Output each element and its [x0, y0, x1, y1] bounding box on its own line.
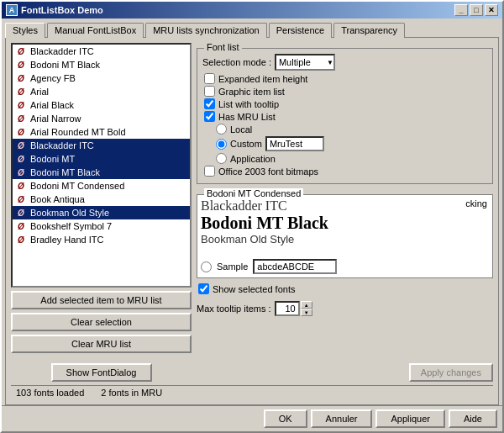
add-selected-button[interactable]: Add selected item to MRU list	[11, 291, 192, 309]
apply-changes-button[interactable]: Apply changes	[409, 363, 493, 382]
expanded-item-height-label: Expanded item height	[218, 74, 307, 84]
font-icon: Ø	[15, 72, 27, 84]
help-button[interactable]: Aide	[449, 409, 497, 428]
list-item[interactable]: Ø Bodoni MT Condensed	[13, 179, 190, 193]
max-tooltip-row: Max tooltip items : ▲ ▼	[197, 301, 493, 316]
font-list-groupbox: Font list Selection mode : Multiple Sing…	[197, 48, 493, 184]
spinner-up-button[interactable]: ▲	[301, 301, 312, 309]
has-mru-list-label: Has MRU List	[218, 112, 276, 122]
list-item[interactable]: Ø Bradley Hand ITC	[13, 233, 190, 246]
list-with-tooltip-label: List with tooltip	[218, 99, 279, 109]
expanded-item-height-row: Expanded item height	[202, 73, 487, 84]
main-window: A FontListBox Demo _ □ ✕ Styles Manual F…	[0, 0, 504, 433]
font-list[interactable]: Ø Blackadder ITC Ø Bodoni MT Black Ø Age…	[11, 43, 192, 288]
sample-input[interactable]	[253, 259, 337, 274]
expanded-item-height-checkbox[interactable]	[204, 73, 215, 84]
ok-button[interactable]: OK	[264, 409, 307, 428]
title-bar: A FontListBox Demo _ □ ✕	[2, 2, 502, 18]
preview-font-3: Bookman Old Style	[201, 233, 489, 246]
font-icon: Ø	[15, 153, 27, 165]
font-icon: Ø	[15, 166, 27, 178]
office-2003-checkbox[interactable]	[204, 166, 215, 177]
clear-mru-button[interactable]: Clear MRU list	[11, 335, 192, 353]
font-icon: Ø	[15, 59, 27, 71]
list-item[interactable]: Ø Bodoni MT	[13, 152, 190, 166]
font-icon: Ø	[15, 99, 27, 111]
tab-mru[interactable]: MRU lists synchronization	[145, 23, 267, 38]
font-icon: Ø	[15, 126, 27, 138]
list-item[interactable]: Ø Agency FB	[13, 71, 190, 85]
minimize-button[interactable]: _	[454, 4, 468, 16]
dialog-footer: OK Annuler Appliquer Aide	[2, 405, 502, 431]
list-item[interactable]: Ø Arial Rounded MT Bold	[13, 125, 190, 139]
custom-label: Custom	[230, 139, 262, 149]
mru-name-input[interactable]	[265, 136, 324, 151]
tab-manual[interactable]: Manual FontListBox	[47, 23, 144, 38]
application-radio[interactable]	[216, 153, 227, 164]
tab-persistence[interactable]: Persistence	[269, 23, 332, 38]
appliquer-button[interactable]: Appliquer	[375, 409, 444, 428]
preview-legend: Bodoni MT Condensed	[204, 188, 303, 198]
font-icon: Ø	[15, 86, 27, 98]
list-item[interactable]: Ø Arial Black	[13, 98, 190, 112]
list-item[interactable]: Ø Bookshelf Symbol 7	[13, 219, 190, 233]
sample-radio[interactable]	[201, 261, 212, 272]
office-2003-row: Office 2003 font bitmaps	[202, 166, 487, 177]
list-with-tooltip-checkbox[interactable]	[204, 98, 215, 109]
list-item[interactable]: Ø Blackadder ITC	[13, 45, 190, 58]
list-item[interactable]: Ø Blackadder ITC	[13, 139, 190, 152]
font-icon: Ø	[15, 180, 27, 192]
content-area: Ø Blackadder ITC Ø Bodoni MT Black Ø Age…	[5, 37, 499, 405]
tab-transparency[interactable]: Transparency	[333, 23, 405, 38]
list-item[interactable]: Ø Bookman Old Style	[13, 206, 190, 219]
graphic-item-list-checkbox[interactable]	[204, 86, 215, 97]
max-tooltip-label: Max tooltip items :	[197, 304, 271, 314]
list-with-tooltip-row: List with tooltip	[202, 98, 487, 109]
preview-font-1: Blackadder ITC	[201, 198, 489, 214]
graphic-item-list-row: Graphic item list	[202, 86, 487, 97]
maximize-button[interactable]: □	[470, 4, 483, 16]
spinner-control: ▲ ▼	[275, 301, 312, 316]
list-item[interactable]: Ø Book Antiqua	[13, 193, 190, 206]
fonts-in-mru-status: 2 fonts in MRU	[101, 388, 162, 398]
right-panel: Font list Selection mode : Multiple Sing…	[197, 43, 493, 382]
tracking-label: cking	[465, 198, 487, 209]
list-item[interactable]: Ø Arial Narrow	[13, 112, 190, 125]
max-tooltip-input[interactable]	[275, 301, 300, 316]
tab-bar: Styles Manual FontListBox MRU lists sync…	[2, 18, 502, 37]
selection-mode-wrapper: Multiple Single Extended ▼	[275, 54, 335, 71]
local-radio-row: Local	[202, 124, 487, 135]
selection-mode-select[interactable]: Multiple Single Extended	[275, 54, 335, 71]
graphic-item-list-label: Graphic item list	[218, 87, 285, 97]
title-controls: _ □ ✕	[454, 4, 498, 16]
show-selected-fonts-label: Show selected fonts	[213, 284, 295, 294]
preview-content: cking Blackadder ITC Bodoni MT Black Boo…	[201, 198, 489, 257]
list-item[interactable]: Ø Bodoni MT Black	[13, 166, 190, 179]
show-font-dialog-button[interactable]: Show FontDialog	[51, 363, 152, 382]
cancel-button[interactable]: Annuler	[311, 409, 373, 428]
close-button[interactable]: ✕	[485, 4, 498, 16]
local-radio[interactable]	[216, 124, 227, 135]
groupbox-legend: Font list	[204, 42, 242, 52]
status-bar: 103 fonts loaded 2 fonts in MRU	[11, 385, 493, 399]
custom-radio[interactable]	[216, 139, 227, 150]
show-selected-fonts-checkbox[interactable]	[198, 283, 209, 294]
spinner-down-button[interactable]: ▼	[301, 309, 312, 316]
tab-styles[interactable]: Styles	[5, 23, 45, 38]
font-icon: Ø	[15, 45, 27, 57]
app-icon: A	[6, 4, 18, 16]
application-radio-row: Application	[202, 153, 487, 164]
window-title: FontListBox Demo	[21, 5, 103, 15]
selection-mode-row: Selection mode : Multiple Single Extende…	[202, 54, 487, 71]
spinner-buttons: ▲ ▼	[301, 301, 312, 316]
main-content: Ø Blackadder ITC Ø Bodoni MT Black Ø Age…	[11, 43, 493, 382]
application-label: Application	[230, 154, 276, 164]
sample-label: Sample	[217, 261, 248, 272]
clear-selection-button[interactable]: Clear selection	[11, 313, 192, 331]
local-label: Local	[230, 124, 252, 135]
list-item[interactable]: Ø Arial	[13, 85, 190, 98]
preview-font-2: Bodoni MT Black	[201, 214, 489, 233]
has-mru-list-checkbox[interactable]	[204, 111, 215, 122]
list-item[interactable]: Ø Bodoni MT Black	[13, 58, 190, 71]
font-icon: Ø	[15, 113, 27, 124]
